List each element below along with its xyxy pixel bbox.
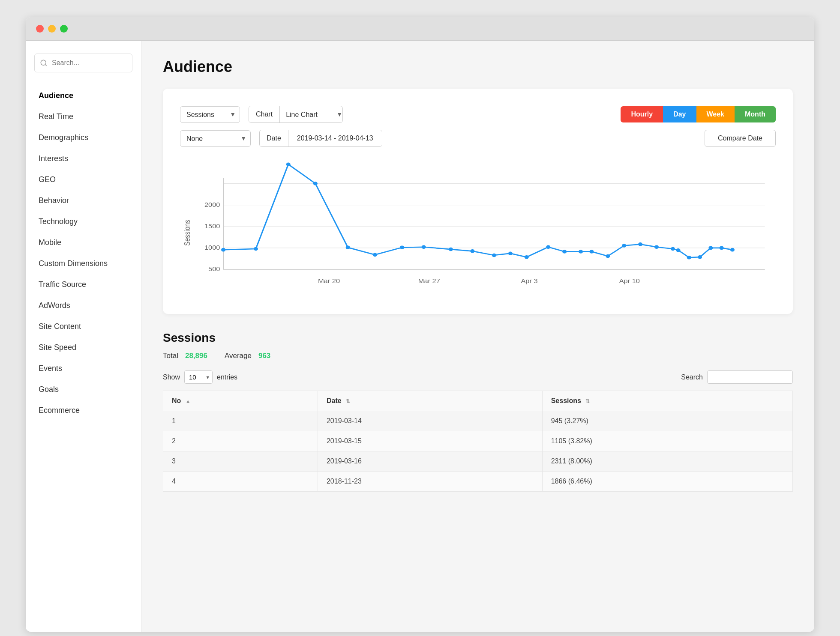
- sidebar-item-custom_dimensions[interactable]: Custom Dimensions: [34, 253, 132, 274]
- average-label: Average: [225, 352, 252, 360]
- sidebar-item-adwords[interactable]: AdWords: [34, 295, 132, 316]
- metric-select-wrapper: Sessions Users Pageviews ▼: [180, 106, 240, 123]
- x-label-mar27: Mar 27: [418, 278, 440, 284]
- cell-sessions: 1866 (6.46%): [542, 472, 792, 492]
- close-button[interactable]: [36, 25, 44, 33]
- maximize-button[interactable]: [60, 25, 68, 33]
- sidebar-item-audience[interactable]: Audience: [34, 85, 132, 106]
- hourly-button[interactable]: Hourly: [621, 106, 663, 122]
- compare-select[interactable]: None Previous Period: [180, 130, 251, 147]
- data-point: [676, 248, 680, 252]
- sessions-stats: Total 28,896 Average 963: [163, 352, 793, 360]
- data-point: [525, 255, 529, 259]
- col-no[interactable]: No ▲: [163, 391, 318, 411]
- sidebar-item-interests[interactable]: Interests: [34, 148, 132, 169]
- sidebar-item-mobile[interactable]: Mobile: [34, 232, 132, 253]
- table-row: 12019-03-14945 (3.27%): [163, 411, 793, 431]
- week-button[interactable]: Week: [696, 106, 735, 122]
- data-point: [687, 256, 691, 260]
- month-button[interactable]: Month: [735, 106, 776, 122]
- y-tick-2000: 2000: [204, 201, 220, 208]
- data-point: [346, 246, 350, 250]
- entries-label: entries: [217, 373, 237, 381]
- total-stat: Total 28,896: [163, 352, 207, 360]
- cell-sessions: 945 (3.27%): [542, 411, 792, 431]
- search-input[interactable]: [34, 54, 132, 72]
- sidebar-item-goals[interactable]: Goals: [34, 379, 132, 400]
- app-layout: AudienceReal TimeDemographicsInterestsGE…: [26, 41, 814, 632]
- data-point: [313, 182, 318, 185]
- data-point: [422, 245, 426, 249]
- sidebar-item-geo[interactable]: GEO: [34, 169, 132, 190]
- table-controls: Show 10 25 50 100 ▼ entries: [163, 370, 793, 384]
- data-point: [671, 247, 675, 251]
- table-header-row: No ▲ Date ⇅ Sessions ⇅: [163, 391, 793, 411]
- data-point: [622, 244, 626, 248]
- sidebar-item-technology[interactable]: Technology: [34, 211, 132, 232]
- col-sessions[interactable]: Sessions ⇅: [542, 391, 792, 411]
- data-point: [654, 245, 659, 249]
- cell-no: 1: [163, 411, 318, 431]
- x-label-apr3: Apr 3: [521, 278, 537, 284]
- table-body: 12019-03-14945 (3.27%)22019-03-151105 (3…: [163, 411, 793, 492]
- average-stat: Average 963: [225, 352, 270, 360]
- data-point: [470, 249, 474, 253]
- table-search-label: Search: [681, 373, 703, 381]
- cell-no: 2: [163, 431, 318, 451]
- sidebar-item-ecommerce[interactable]: Ecommerce: [34, 400, 132, 421]
- data-point: [579, 250, 583, 254]
- data-point: [508, 251, 513, 255]
- data-point: [720, 246, 724, 250]
- total-value: 28,896: [185, 352, 207, 360]
- data-point: [449, 248, 453, 251]
- sidebar-item-events[interactable]: Events: [34, 358, 132, 379]
- minimize-button[interactable]: [48, 25, 56, 33]
- data-point: [606, 254, 610, 258]
- col-date[interactable]: Date ⇅: [318, 391, 542, 411]
- sidebar-item-realtime[interactable]: Real Time: [34, 106, 132, 127]
- data-point: [562, 250, 567, 254]
- compare-select-wrapper: None Previous Period ▼: [180, 130, 251, 147]
- chart-type-group: Chart Line Chart Bar Chart ▼: [249, 106, 343, 123]
- time-buttons: Hourly Day Week Month: [621, 106, 776, 122]
- titlebar: [26, 17, 814, 41]
- chart-type-select[interactable]: Line Chart Bar Chart: [280, 107, 343, 122]
- chart-card: Sessions Users Pageviews ▼ Chart Line Ch…: [163, 89, 793, 314]
- data-point: [589, 250, 594, 254]
- y-axis-label: Sessions: [183, 220, 191, 246]
- chart-label: Chart: [249, 106, 280, 122]
- average-value: 963: [258, 352, 270, 360]
- cell-no: 4: [163, 472, 318, 492]
- sidebar-item-traffic_source[interactable]: Traffic Source: [34, 274, 132, 295]
- data-point: [638, 242, 642, 246]
- sidebar-item-site_content[interactable]: Site Content: [34, 316, 132, 337]
- table-header: No ▲ Date ⇅ Sessions ⇅: [163, 391, 793, 411]
- controls-row-2: None Previous Period ▼ Date 2019-03-14 -…: [180, 130, 776, 147]
- compare-date-button[interactable]: Compare Date: [705, 130, 776, 147]
- entries-select[interactable]: 10 25 50 100: [184, 370, 213, 384]
- x-label-mar20: Mar 20: [318, 278, 340, 284]
- cell-date: 2019-03-14: [318, 411, 542, 431]
- data-point: [698, 255, 702, 259]
- chart-container: Sessions 500 1000 1500 2000 Mar 2: [180, 160, 776, 297]
- sidebar-nav: AudienceReal TimeDemographicsInterestsGE…: [34, 85, 132, 421]
- sidebar-item-behavior[interactable]: Behavior: [34, 190, 132, 211]
- table-row: 22019-03-151105 (3.82%): [163, 431, 793, 451]
- search-container: Search: [681, 370, 793, 384]
- day-button[interactable]: Day: [663, 106, 696, 122]
- data-point: [708, 246, 713, 250]
- cell-sessions: 1105 (3.82%): [542, 431, 792, 451]
- x-label-apr10: Apr 10: [619, 278, 640, 284]
- app-window: AudienceReal TimeDemographicsInterestsGE…: [26, 17, 814, 632]
- cell-no: 3: [163, 451, 318, 472]
- data-point: [373, 253, 377, 257]
- show-entries: Show 10 25 50 100 ▼ entries: [163, 370, 237, 384]
- sidebar: AudienceReal TimeDemographicsInterestsGE…: [26, 41, 141, 632]
- table-search-input[interactable]: [707, 370, 793, 384]
- metric-select[interactable]: Sessions Users Pageviews: [180, 106, 240, 123]
- sidebar-item-demographics[interactable]: Demographics: [34, 127, 132, 148]
- sidebar-item-site_speed[interactable]: Site Speed: [34, 337, 132, 358]
- total-label: Total: [163, 352, 178, 360]
- date-label: Date: [260, 130, 288, 146]
- y-tick-500: 500: [208, 266, 220, 272]
